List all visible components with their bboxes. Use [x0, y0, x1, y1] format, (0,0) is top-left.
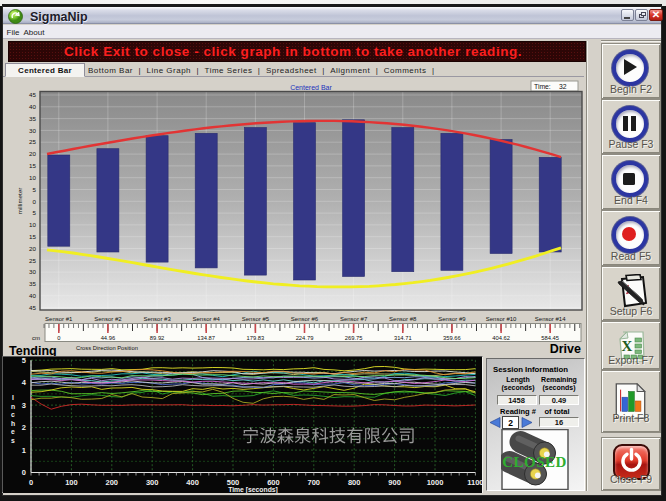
svg-text:1100: 1100	[467, 478, 482, 487]
svg-text:0: 0	[22, 468, 26, 477]
svg-text:1: 1	[22, 446, 26, 455]
svg-text:0: 0	[29, 478, 33, 487]
svg-text:25: 25	[29, 257, 36, 264]
svg-text:5: 5	[22, 357, 26, 365]
svg-text:I: I	[12, 394, 14, 401]
svg-text:Sensor #5: Sensor #5	[242, 316, 270, 322]
svg-text:Time [seconds]: Time [seconds]	[228, 486, 278, 494]
svg-text:Sensor #3: Sensor #3	[143, 316, 171, 322]
svg-text:404.62: 404.62	[492, 335, 510, 341]
svg-text:cm: cm	[32, 335, 40, 341]
svg-text:Sensor #8: Sensor #8	[389, 316, 417, 322]
svg-text:314.71: 314.71	[394, 335, 412, 341]
svg-text:32: 32	[559, 83, 567, 90]
svg-text:h: h	[11, 420, 15, 427]
svg-text:Sensor #7: Sensor #7	[340, 316, 368, 322]
svg-text:Sensor #14: Sensor #14	[535, 316, 566, 322]
svg-text:44.96: 44.96	[101, 335, 116, 341]
svg-text:Drive: Drive	[550, 342, 581, 356]
svg-text:800: 800	[348, 478, 361, 487]
svg-text:s: s	[11, 437, 15, 444]
svg-text:200: 200	[106, 478, 119, 487]
svg-text:20: 20	[29, 150, 36, 157]
svg-text:30: 30	[29, 127, 36, 134]
svg-text:269.75: 269.75	[345, 335, 363, 341]
svg-text:300: 300	[146, 478, 159, 487]
svg-text:2: 2	[508, 418, 513, 428]
svg-text:30: 30	[29, 268, 36, 275]
svg-text:179.83: 179.83	[247, 335, 265, 341]
svg-text:Centered Bar: Centered Bar	[290, 84, 332, 91]
svg-text:Sensor #4: Sensor #4	[193, 316, 221, 322]
svg-text:Time:: Time:	[534, 83, 551, 90]
svg-text:15: 15	[29, 162, 36, 169]
svg-text:Sensor #2: Sensor #2	[94, 316, 122, 322]
svg-text:10: 10	[29, 221, 36, 228]
svg-text:c: c	[11, 411, 15, 418]
svg-text:40: 40	[29, 292, 36, 299]
svg-text:millimeter: millimeter	[16, 188, 23, 214]
svg-text:134.87: 134.87	[197, 335, 215, 341]
svg-text:400: 400	[186, 478, 199, 487]
svg-text:584.45: 584.45	[541, 335, 559, 341]
svg-text:900: 900	[388, 478, 401, 487]
svg-text:e: e	[11, 428, 15, 435]
svg-text:3: 3	[22, 401, 26, 410]
svg-text:89.92: 89.92	[150, 335, 165, 341]
svg-text:CLOSED: CLOSED	[502, 454, 567, 470]
svg-text:2: 2	[22, 423, 26, 432]
svg-text:Cross Direction Position: Cross Direction Position	[76, 345, 138, 351]
svg-text:15: 15	[29, 233, 36, 240]
svg-text:100: 100	[65, 478, 78, 487]
svg-text:0: 0	[57, 335, 60, 341]
svg-text:20: 20	[29, 245, 36, 252]
svg-text:224.79: 224.79	[296, 335, 314, 341]
svg-text:0: 0	[33, 198, 37, 205]
svg-text:X: X	[622, 338, 633, 354]
svg-text:5: 5	[33, 186, 37, 193]
svg-text:359.66: 359.66	[443, 335, 461, 341]
svg-text:700: 700	[308, 478, 321, 487]
svg-text:45: 45	[29, 91, 36, 98]
svg-text:35: 35	[29, 115, 36, 122]
svg-text:45: 45	[29, 304, 36, 311]
svg-text:1000: 1000	[427, 478, 444, 487]
svg-text:n: n	[11, 403, 15, 410]
svg-text:Sensor #10: Sensor #10	[486, 316, 517, 322]
svg-text:40: 40	[29, 103, 36, 110]
svg-text:35: 35	[29, 280, 36, 287]
svg-text:Sensor #1: Sensor #1	[45, 316, 73, 322]
svg-text:Sensor #6: Sensor #6	[291, 316, 319, 322]
svg-text:Sensor #9: Sensor #9	[438, 316, 466, 322]
svg-text:10: 10	[29, 174, 36, 181]
svg-text:25: 25	[29, 138, 36, 145]
svg-text:5: 5	[33, 209, 37, 216]
